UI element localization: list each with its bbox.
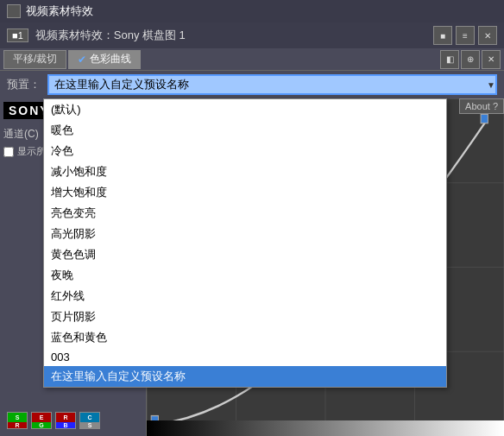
- title-bar-label: 视频素材特效: [26, 3, 93, 19]
- header-close-btn[interactable]: ✕: [478, 26, 497, 45]
- preset-label: 预置：: [7, 77, 41, 92]
- color-icon-3[interactable]: C S: [79, 412, 100, 429]
- color-icon-1[interactable]: E G: [31, 412, 52, 429]
- dropdown-item-13[interactable]: 在这里输入自定义预设名称: [44, 366, 446, 387]
- dropdown-item-10[interactable]: 页片阴影: [44, 306, 446, 327]
- header-row: ■1 视频素材特效：Sony 棋盘图 1 ■ ≡ ✕: [0, 22, 504, 48]
- dropdown-item-9[interactable]: 红外线: [44, 286, 446, 306]
- about-button[interactable]: About ?: [459, 98, 504, 114]
- title-bar: 视频素材特效: [0, 0, 504, 22]
- tab-icon-1[interactable]: ◧: [440, 50, 459, 69]
- dropdown-item-0[interactable]: (默认): [44, 99, 446, 120]
- channel-label: 通道(C)：: [3, 127, 49, 142]
- main-panel: ■1 视频素材特效：Sony 棋盘图 1 ■ ≡ ✕ 平移/裁切 ✔ 色彩曲线 …: [0, 22, 504, 436]
- header-icons: ■ ≡ ✕: [433, 26, 497, 45]
- dropdown-arrow-icon: ▼: [487, 80, 495, 90]
- dropdown-item-3[interactable]: 减小饱和度: [44, 161, 446, 182]
- dropdown-item-4[interactable]: 增大饱和度: [44, 182, 446, 203]
- preset-select-wrapper: 在这里输入自定义预设名称 ▼: [47, 74, 497, 95]
- dropdown-item-12[interactable]: 003: [44, 348, 446, 366]
- header-num: ■1: [7, 28, 28, 42]
- tab-color-curve[interactable]: ✔ 色彩曲线: [68, 50, 141, 69]
- show-all-checkbox[interactable]: [3, 147, 14, 157]
- tab-bar: 平移/裁切 ✔ 色彩曲线 ◧ ⊕ ✕: [0, 48, 504, 71]
- svg-rect-11: [481, 114, 488, 123]
- color-icon-0[interactable]: S R: [7, 412, 28, 429]
- dropdown-item-1[interactable]: 暖色: [44, 120, 446, 141]
- gradient-bar: [147, 420, 504, 436]
- dropdown-item-8[interactable]: 夜晚: [44, 265, 446, 286]
- bottom-color-icons: S R E G R B C S: [7, 412, 100, 429]
- dropdown-item-2[interactable]: 冷色: [44, 141, 446, 161]
- tab-checkmark-icon: ✔: [78, 54, 86, 66]
- preset-select-box[interactable]: 在这里输入自定义预设名称 ▼: [47, 74, 497, 95]
- color-icon-2[interactable]: R B: [55, 412, 76, 429]
- dropdown-item-7[interactable]: 黄色色调: [44, 244, 446, 265]
- tab-pan-crop-label: 平移/裁切: [13, 52, 57, 66]
- preset-row: 预置： 在这里输入自定义预设名称 ▼ (默认)暖色冷色减小饱和度增大饱和度亮色变…: [0, 71, 504, 98]
- dropdown-item-5[interactable]: 亮色变亮: [44, 203, 446, 224]
- header-icon-2[interactable]: ≡: [456, 26, 475, 45]
- tab-icon-2[interactable]: ⊕: [461, 50, 480, 69]
- dropdown-item-11[interactable]: 蓝色和黄色: [44, 327, 446, 348]
- dropdown-item-6[interactable]: 高光阴影: [44, 224, 446, 244]
- tab-close-btn[interactable]: ✕: [482, 50, 501, 69]
- header-icon-1[interactable]: ■: [433, 26, 452, 45]
- preset-value: 在这里输入自定义预设名称: [54, 77, 189, 92]
- title-bar-icon: [7, 4, 21, 18]
- preset-dropdown: (默认)暖色冷色减小饱和度增大饱和度亮色变亮高光阴影黄色色调夜晚红外线页片阴影蓝…: [43, 98, 447, 388]
- tab-pan-crop[interactable]: 平移/裁切: [3, 50, 66, 69]
- tab-color-curve-label: 色彩曲线: [90, 52, 131, 66]
- tab-right-icons: ◧ ⊕ ✕: [440, 50, 501, 69]
- header-title: 视频素材特效：Sony 棋盘图 1: [35, 28, 186, 43]
